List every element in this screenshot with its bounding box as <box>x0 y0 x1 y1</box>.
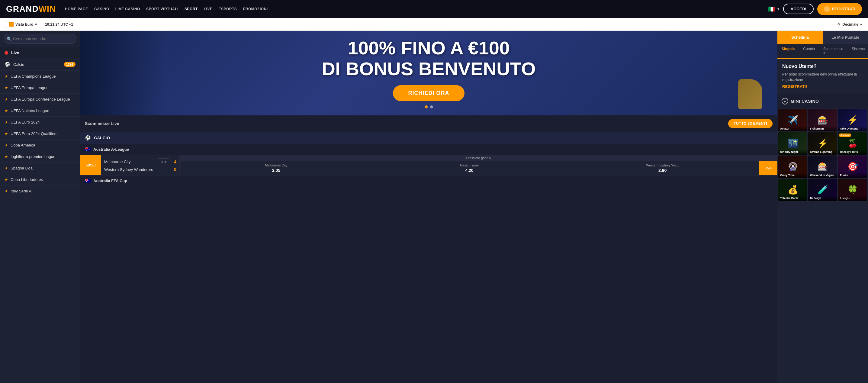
casino-card-weekend[interactable]: 🎰 Weekend in Vegas <box>808 156 837 178</box>
fisherman-label: Fisherman <box>808 126 837 131</box>
australia-flag-icon: 🇦🇺 <box>85 147 91 152</box>
tote-label: Tote the Bank <box>778 195 807 201</box>
nav-promozioni[interactable]: PROMOZIONI <box>243 7 268 11</box>
sidebar-item-calcio[interactable]: ⚽ Calcio 1291 <box>0 58 80 71</box>
casino-card-lightning[interactable]: ⚡ Xtreme Lightning <box>808 132 837 155</box>
more-odds-button[interactable]: +94 <box>759 161 777 175</box>
search-input[interactable] <box>4 34 76 44</box>
language-selector[interactable]: 🇮🇹 ▾ <box>768 5 779 13</box>
sidebar-item-liga[interactable]: ★ Spagna Liga <box>0 162 80 174</box>
sidebar-euro2024-label: UEFA Euro 2024 <box>10 120 40 124</box>
sidebar-uecl-label: UEFA Europa Conference League <box>10 97 70 101</box>
nav-casino[interactable]: CASINÒ <box>94 7 109 11</box>
register-button[interactable]: REGISTRATI <box>817 3 862 15</box>
star-icon: ★ <box>4 154 8 159</box>
sidebar-item-ucl[interactable]: ★ UEFA Champions League <box>0 71 80 82</box>
flag-icon: 🇮🇹 <box>768 5 776 13</box>
tab-mie-puntate[interactable]: Le Mie Puntate <box>823 31 868 44</box>
casino-card-drjekyll[interactable]: 🧪 Dr Jekyll <box>808 179 837 201</box>
odd-button-draw[interactable]: Nessun goal 4.20 <box>373 161 566 175</box>
banner-dot-2[interactable] <box>430 105 433 108</box>
nav-sport-virtuali[interactable]: SPORT VIRTUALI <box>146 7 179 11</box>
match-row-melbourne: 60:20 Melbourne City ⊞ ≡ 4 <box>80 155 777 175</box>
calcio-count-badge: 1291 <box>64 62 75 67</box>
subtab-combo[interactable]: Combo <box>799 44 819 58</box>
sidebar-item-uecl[interactable]: ★ UEFA Europa Conference League <box>0 94 80 105</box>
sidebar-item-unl[interactable]: ★ UEFA Nations League <box>0 105 80 117</box>
banner-player-graphic <box>80 31 164 116</box>
calcio-sport-icon: ⚽ <box>85 135 91 141</box>
australia-ffacup-header: 🇦🇺 Australia FFA Cup <box>80 175 777 186</box>
sidebar-item-seriea[interactable]: ★ Italy Serie A <box>0 186 80 197</box>
australia-ffacup-label: Australia FFA Cup <box>93 179 127 183</box>
subtab-sistema[interactable]: Sistema <box>847 44 868 58</box>
casino-card-cheeky[interactable]: Jackpot 🍒 Cheeky Fruits <box>838 132 867 155</box>
tutto-eventi-button[interactable]: TUTTO 83 EVENTI <box>728 119 773 128</box>
bet-subtabs: Singola Combo Scommessa If Sistema <box>777 44 868 59</box>
odd-label-draw: Nessun goal <box>460 163 478 167</box>
casino-card-tote[interactable]: 💰 Tote the Bank <box>778 179 807 201</box>
team-row-home: Melbourne City ⊞ ≡ 4 <box>104 157 176 166</box>
casino-card-olympus[interactable]: ⚡ Take Olympus <box>838 109 867 131</box>
sidebar-premier-label: Inghilterra premier league <box>10 154 55 159</box>
casino-card-aviator[interactable]: ✈️ Aviator <box>778 109 807 131</box>
star-icon: ★ <box>4 74 8 78</box>
live-section: Scommesse Live TUTTO 83 EVENTI ⚽ CALCIO … <box>80 116 777 186</box>
odd-button-away[interactable]: Western Sydney Wa... 2.90 <box>566 161 759 175</box>
live-dot-icon <box>4 51 8 55</box>
odd-label-away: Western Sydney Wa... <box>646 163 679 167</box>
sidebar-copa-label: Copa America <box>10 143 35 148</box>
casino-card-sincity[interactable]: 🌃 Sin City Night <box>778 132 807 155</box>
nav-live[interactable]: LIVE <box>204 7 213 11</box>
sidebar-item-live[interactable]: Live <box>0 47 80 58</box>
logo[interactable]: GRANDWIN <box>6 4 56 14</box>
promo-banner: 100% FINO A €100 DI BONUS BENVENUTO RICH… <box>80 31 777 116</box>
subheader: Vista Euro ▾ 10:21:24 UTC +1 ⟳ Decimale … <box>0 18 868 31</box>
banner-title-line2: DI BONUS BENVENUTO <box>322 59 536 79</box>
login-button[interactable]: ACCEDI <box>783 4 814 14</box>
odds-row: Melbourne City 2.05 Nessun goal 4.20 Wes… <box>180 161 777 175</box>
subtab-singola[interactable]: Singola <box>777 44 799 58</box>
lightning-label: Xtreme Lightning <box>808 149 837 155</box>
sidebar-item-euro2024q[interactable]: ★ UEFA Euro 2024 Qualifiers <box>0 128 80 139</box>
sidebar-item-uel[interactable]: ★ UEFA Europa League <box>0 82 80 94</box>
subtab-scommessa-if[interactable]: Scommessa If <box>819 44 847 58</box>
sidebar-item-premier[interactable]: ★ Inghilterra premier league <box>0 151 80 162</box>
banner-cta-button[interactable]: RICHIEDI ORA <box>393 85 464 101</box>
decimal-selector[interactable]: ⟳ Decimale ▾ <box>837 22 862 27</box>
banner-dot-1[interactable] <box>425 105 428 108</box>
nav-homepage[interactable]: HOME PAGE <box>65 7 88 11</box>
match-time-value: 60:20 <box>86 163 95 167</box>
nav-esports[interactable]: ESPORTS <box>218 7 237 11</box>
star-icon: ★ <box>4 143 8 148</box>
main-layout: 🔍 Live ⚽ Calcio 1291 ★ UEFA Champions Le… <box>0 31 868 383</box>
sidebar-liga-label: Spagna Liga <box>10 166 33 170</box>
sidebar-item-libertadores[interactable]: ★ Copa Libertadores <box>0 174 80 186</box>
tab-schedina[interactable]: Schedina <box>777 31 823 44</box>
mini-casino-header: ▶ MINI CASINÒ <box>777 94 868 108</box>
score-box: ⊞ ≡ <box>158 158 169 165</box>
registrati-link[interactable]: REGISTRATI! <box>782 84 863 89</box>
prossimo-goal-label: Prossimo goal: 5 <box>180 155 777 161</box>
chevron-down-icon: ▾ <box>35 22 37 27</box>
star-icon: ★ <box>4 97 8 101</box>
casino-card-crazy[interactable]: 🎡 Crazy Time <box>778 156 807 178</box>
casino-card-lucky[interactable]: 🍀 Lucky... <box>838 179 867 201</box>
sidebar-item-euro2024[interactable]: ★ UEFA Euro 2024 <box>0 117 80 128</box>
main-nav: HOME PAGE CASINÒ LIVE CASINÒ SPORT VIRTU… <box>65 7 768 11</box>
star-icon: ★ <box>4 108 8 113</box>
odd-button-home[interactable]: Melbourne City 2.05 <box>180 161 373 175</box>
olympus-label: Take Olympus <box>838 126 867 131</box>
search-icon: 🔍 <box>7 36 12 41</box>
odd-label-home: Melbourne City <box>265 163 287 167</box>
nav-sport[interactable]: SPORT <box>185 7 198 11</box>
sidebar-item-copa[interactable]: ★ Copa America <box>0 139 80 151</box>
sidebar-unl-label: UEFA Nations League <box>10 108 49 113</box>
search-wrapper: 🔍 <box>4 34 76 44</box>
casino-card-fisherman[interactable]: 🎰 Fisherman <box>808 109 837 131</box>
nav-live-casino[interactable]: LIVE CASINÒ <box>115 7 140 11</box>
decimal-label: Decimale <box>842 22 858 27</box>
casino-card-plinko[interactable]: 🎯 Plinko <box>838 156 867 178</box>
vista-euro-selector[interactable]: Vista Euro ▾ <box>6 21 40 28</box>
chevron-down-icon: ▾ <box>860 22 862 27</box>
